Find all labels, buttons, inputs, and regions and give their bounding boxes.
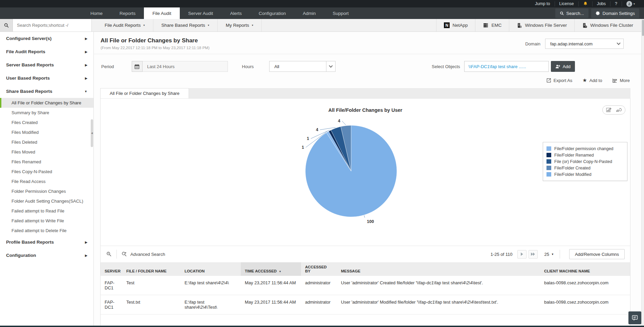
cell-server: FAP-DC1 [101, 276, 122, 295]
user-menu[interactable]: ▾ [622, 1, 639, 6]
legend-item-file-or-folder-copy-n-pasted[interactable]: File (or) Folder Copy-N-Pasted [546, 158, 624, 165]
file-cluster-label: Windows File Cluster [590, 23, 633, 28]
sidebar-item-all-file-or-folder-changes-by-share[interactable]: All File or Folder Changes by Share [0, 98, 93, 108]
column-header-server[interactable]: SERVER [101, 262, 122, 276]
sidebar-section-user-based-reports[interactable]: User Based Reports▶ [0, 71, 93, 85]
windows-file-cluster-link[interactable]: Windows File Cluster [574, 19, 641, 32]
select-objects-label: Select Objects [432, 64, 460, 69]
netapp-link[interactable]: N NetApp [436, 19, 475, 32]
column-header-client-machine-name[interactable]: CLIENT MACHINE NAME [540, 262, 630, 276]
scrollbar-thumb[interactable] [642, 20, 644, 36]
sidebar-item-folder-audit-setting-changes-sacl[interactable]: Folder Audit Setting Changes(SACL) [0, 196, 93, 206]
add-to-button[interactable]: ★ Add to [582, 77, 602, 83]
sidebar-item-failed-attempt-to-read-file[interactable]: Failed attempt to Read File [0, 206, 93, 216]
sidebar-item-file-read-access[interactable]: File Read Access [0, 177, 93, 186]
add-objects-button[interactable]: Add [551, 61, 575, 72]
sidebar-section-configuration[interactable]: Configuration▶ [0, 249, 93, 262]
jump-to-link[interactable]: Jump to [531, 1, 555, 6]
hours-select[interactable]: All [269, 61, 336, 72]
refresh-chart-icon[interactable] [616, 107, 622, 113]
cell-name[interactable]: Test [122, 276, 180, 295]
select-objects-input[interactable]: \\FAP-DC1\fap test share ...... [464, 61, 549, 72]
period-input[interactable]: Last 24 Hours [143, 61, 228, 72]
calendar-button[interactable] [132, 61, 143, 72]
nav-tab-home[interactable]: Home [82, 7, 111, 19]
export-as-button[interactable]: Export As [546, 78, 573, 83]
select-objects-group: Select Objects \\FAP-DC1\fap test share … [432, 61, 641, 72]
windows-file-server-link[interactable]: Windows File Server [509, 19, 574, 32]
column-search-icon[interactable] [106, 251, 112, 257]
sidebar-section-share-based-reports[interactable]: Share Based Reports▼ [0, 85, 93, 98]
menu-file-audit-reports[interactable]: File Audit Reports▾ [96, 19, 153, 32]
sidebar-item-failed-attempt-to-write-file[interactable]: Failed attempt to Write File [0, 216, 93, 226]
report-search-button[interactable] [0, 19, 13, 32]
column-header-file-folder-name[interactable]: FILE / FOLDER NAME [122, 262, 180, 276]
add-chart-icon[interactable] [606, 107, 612, 113]
sidebar-item-files-created[interactable]: Files Created [0, 118, 93, 127]
cell-name[interactable]: Test.txt [122, 295, 180, 314]
chevron-down-icon [326, 61, 335, 71]
chevron-down-icon: ▼ [551, 253, 554, 256]
advanced-search-button[interactable]: Advanced Search [121, 251, 165, 257]
sidebar-item-failed-attempt-to-delete-file[interactable]: Failed attempt to Delete File [0, 226, 93, 236]
column-header-time-accessed[interactable]: TIME ACCESSED▼ [241, 262, 301, 276]
column-header-message[interactable]: MESSAGE [337, 262, 540, 276]
report-search-input[interactable] [13, 19, 92, 32]
cell-accessed_by: administrator [301, 276, 337, 295]
tab-all-file-or-folder-changes-by-share[interactable]: All File or Folder Changes by Share [100, 88, 189, 98]
more-button[interactable]: More [612, 78, 630, 83]
column-header-accessed-by[interactable]: ACCESSED BY [301, 262, 337, 276]
chart-area: All File/Folder Changes by User 1001144 … [101, 98, 630, 246]
license-link[interactable]: License [555, 1, 579, 6]
domain-settings-button[interactable]: Domain Settings [591, 8, 639, 18]
pie-label-file-folder-modified: 100 [367, 219, 374, 224]
global-search-button[interactable]: Search... [555, 8, 588, 18]
notifications-button[interactable] [579, 1, 593, 6]
sidebar-section-file-audit-reports[interactable]: File Audit Reports▶ [0, 45, 93, 58]
help-button[interactable]: ? [610, 1, 622, 6]
sidebar-item-files-renamed[interactable]: Files Renamed [0, 157, 93, 167]
chat-bubble-icon [631, 314, 638, 321]
sidebar-item-files-copy-n-pasted[interactable]: Files Copy-N-Pasted [0, 167, 93, 177]
more-icon [612, 78, 617, 83]
legend-item-file-folder-created[interactable]: File/Folder Created [546, 165, 624, 171]
nav-tab-admin[interactable]: Admin [294, 7, 324, 19]
topbar-utility-row: Jump to License Jobs ? ▾ [0, 0, 644, 7]
sidebar-item-files-moved[interactable]: Files Moved [0, 147, 93, 157]
nav-tab-alerts[interactable]: Alerts [221, 7, 250, 19]
report-table: SERVERFILE / FOLDER NAMELOCATIONTIME ACC… [101, 262, 630, 314]
export-as-label: Export As [554, 78, 573, 83]
menu-share-based-reports[interactable]: Share Based Reports▾ [153, 19, 218, 32]
legend-item-file-folder-renamed[interactable]: File/Folder Renamed [546, 152, 624, 158]
emc-link[interactable]: EMC [475, 19, 509, 32]
last-page-button[interactable] [529, 250, 538, 259]
bell-icon [583, 1, 588, 6]
feedback-button[interactable] [628, 311, 641, 324]
page-scrollbar[interactable] [641, 19, 644, 326]
legend-item-file-folder-modified[interactable]: File/Folder Modified [546, 171, 624, 178]
page-size-select[interactable]: 25 ▼ [544, 252, 554, 257]
nav-tab-configuration[interactable]: Configuration [250, 7, 294, 19]
sidebar-item-files-modified[interactable]: Files Modified [0, 127, 93, 137]
sidebar-item-folder-permission-changes[interactable]: Folder Permission Changes [0, 186, 93, 196]
nav-tab-reports[interactable]: Reports [111, 7, 144, 19]
sidebar-item-files-deleted[interactable]: Files Deleted [0, 137, 93, 147]
sidebar-section-server-based-reports[interactable]: Server Based Reports▶ [0, 58, 93, 71]
nav-tab-file-audit[interactable]: File Audit [144, 7, 180, 19]
domain-select[interactable]: fap.adap.internal.com [545, 39, 624, 49]
sidebar-section-profile-based-reports[interactable]: Profile Based Reports▶ [0, 236, 93, 249]
sidebar-section-configured-server-s[interactable]: Configured Server(s)▶ [0, 32, 93, 45]
report-menus: File Audit Reports▾Share Based Reports▾M… [96, 19, 262, 32]
sidebar-item-summary-by-share[interactable]: Summary by Share [0, 108, 93, 118]
add-remove-columns-button[interactable]: Add/Remove Columns [569, 249, 625, 259]
pie-chart[interactable]: 1001144 [256, 107, 446, 236]
nav-tab-server-audit[interactable]: Server Audit [180, 7, 222, 19]
menu-my-reports[interactable]: My Reports▾ [218, 19, 262, 32]
nav-tab-support[interactable]: Support [324, 7, 357, 19]
legend-item-file-folder-permission-changed[interactable]: File/Folder permission changed [546, 145, 624, 152]
sidebar-scrollbar[interactable]: ◀ [91, 119, 93, 147]
more-label: More [620, 78, 630, 83]
column-header-location[interactable]: LOCATION [180, 262, 241, 276]
next-page-button[interactable] [517, 250, 527, 259]
jobs-link[interactable]: Jobs [593, 1, 610, 6]
